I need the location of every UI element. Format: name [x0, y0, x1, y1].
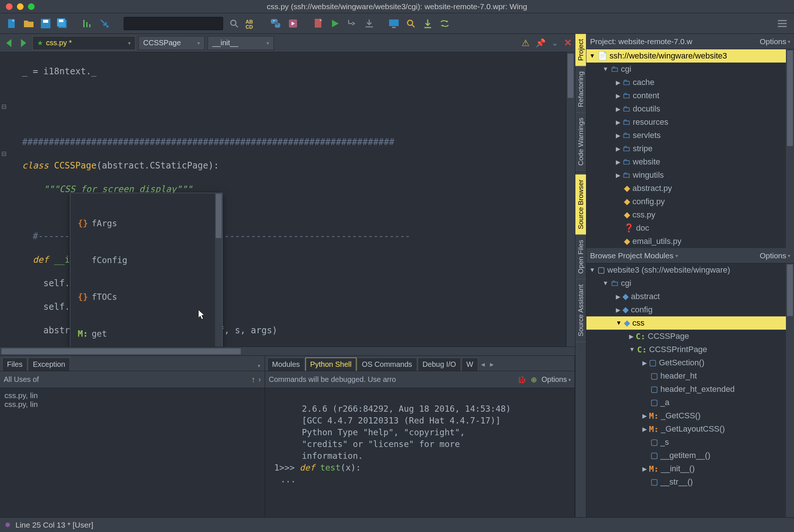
- debug-icon[interactable]: [312, 18, 324, 29]
- tree-node[interactable]: ❓doc: [586, 221, 794, 235]
- disclosure-icon[interactable]: [616, 293, 620, 300]
- tab-overflow[interactable]: W: [462, 358, 478, 371]
- vtab-project[interactable]: Project: [575, 34, 586, 66]
- disclosure-icon[interactable]: [616, 159, 620, 166]
- save-file-icon[interactable]: [40, 18, 52, 29]
- disclosure-icon[interactable]: [616, 172, 620, 179]
- tree-node[interactable]: 🗀docutils: [586, 102, 794, 116]
- right-arrow-icon[interactable]: ›: [258, 375, 261, 384]
- tab-files[interactable]: Files: [2, 358, 27, 371]
- tree-node[interactable]: 🗀wingutils: [586, 169, 794, 182]
- options-button[interactable]: Options ▾: [541, 375, 571, 384]
- tab-exceptions[interactable]: Exception: [28, 358, 70, 371]
- tree-node[interactable]: ◆config.py: [586, 195, 794, 208]
- tree-node[interactable]: C:CCSSPrintPage: [586, 343, 794, 356]
- disclosure-icon[interactable]: [616, 119, 620, 126]
- disclosure-icon[interactable]: [616, 132, 620, 139]
- collapse-icon[interactable]: ⌄: [551, 38, 558, 48]
- class-selector[interactable]: CCSSPage ▾: [138, 36, 205, 50]
- tree-scrollbar[interactable]: [786, 49, 794, 248]
- tree-node[interactable]: 🗀stripe: [586, 142, 794, 155]
- tree-node[interactable]: ▢GetSection(): [586, 356, 794, 369]
- tree-node[interactable]: ◆abstract: [586, 290, 794, 303]
- close-editor-icon[interactable]: ✕: [564, 37, 572, 49]
- bug-icon[interactable]: ✸: [4, 521, 11, 529]
- vtab-source-browser[interactable]: Source Browser: [575, 174, 586, 235]
- source-browser-title[interactable]: Browse Project Modules ▾: [590, 251, 678, 260]
- autocomplete-item[interactable]: M:get: [70, 327, 222, 340]
- tab-python-shell[interactable]: Python Shell: [306, 358, 356, 371]
- tree-root[interactable]: ▢ website3 (ssh://website/wingware): [586, 263, 794, 277]
- disclosure-icon[interactable]: [589, 53, 595, 59]
- python-icon[interactable]: [270, 18, 282, 29]
- disclosure-icon[interactable]: [616, 79, 620, 86]
- tree-node[interactable]: M:_GetCSS(): [586, 409, 794, 422]
- step-icon[interactable]: [346, 18, 358, 29]
- monitor-icon[interactable]: [388, 18, 400, 29]
- disclosure-icon[interactable]: [616, 145, 620, 152]
- open-file-icon[interactable]: [23, 18, 35, 29]
- tree-node[interactable]: 🗀servlets: [586, 129, 794, 142]
- tab-scroll-left-icon[interactable]: ◂: [479, 358, 487, 371]
- run-icon[interactable]: [329, 18, 341, 29]
- project-tree[interactable]: 📄 ssh://website/wingware/website3 🗀cgi🗀c…: [586, 49, 794, 248]
- uses-list[interactable]: css.py, lin css.py, lin: [0, 388, 265, 517]
- search-input[interactable]: [124, 17, 223, 30]
- autocomplete-item[interactable]: {}fTOCs: [70, 290, 222, 304]
- tree-node[interactable]: ◆config: [586, 303, 794, 316]
- new-file-icon[interactable]: [6, 18, 18, 29]
- disclosure-icon[interactable]: [642, 465, 647, 472]
- menu-icon[interactable]: [776, 18, 788, 29]
- tree-node[interactable]: C:CCSSPage: [586, 330, 794, 343]
- tree-node[interactable]: ◆email_utils.py: [586, 235, 794, 248]
- step-into-icon[interactable]: [363, 18, 375, 29]
- disclosure-icon[interactable]: [629, 333, 634, 340]
- tab-debug-io[interactable]: Debug I/O: [418, 358, 461, 371]
- find-replace-icon[interactable]: ABCD: [245, 18, 257, 29]
- tree-node[interactable]: M:_GetLayoutCSS(): [586, 422, 794, 436]
- tree-node[interactable]: ▢__getitem__(): [586, 449, 794, 462]
- tree-node[interactable]: ▢header_ht_extended: [586, 383, 794, 396]
- run-config-icon[interactable]: [287, 18, 299, 29]
- source-browser-tree[interactable]: ▢ website3 (ssh://website/wingware) 🗀cgi…: [586, 263, 794, 517]
- goto-icon[interactable]: [99, 18, 110, 29]
- autocomplete-item[interactable]: {}fArgs: [70, 217, 222, 230]
- save-all-icon[interactable]: [57, 18, 68, 29]
- tree-node[interactable]: 🗀cgi: [586, 63, 794, 76]
- tree-node[interactable]: ◆css.py: [586, 208, 794, 221]
- disclosure-icon[interactable]: [642, 359, 647, 366]
- tree-node[interactable]: ◆css: [586, 316, 794, 330]
- vtab-source-assistant[interactable]: Source Assistant: [575, 279, 586, 342]
- options-button[interactable]: Options ▾: [760, 251, 790, 260]
- disclosure-icon[interactable]: [616, 306, 620, 313]
- nav-back-button[interactable]: [3, 37, 15, 49]
- editor-hscrollbar[interactable]: [0, 347, 575, 355]
- tree-scrollbar[interactable]: [786, 263, 794, 517]
- sync-icon[interactable]: [439, 18, 451, 29]
- tab-modules[interactable]: Modules: [267, 358, 305, 371]
- python-shell[interactable]: 2.6.6 (r266:84292, Aug 18 2016, 14:53:48…: [265, 388, 575, 517]
- autocomplete-item[interactable]: fConfig: [70, 253, 222, 267]
- autocomplete-scrollbar[interactable]: [215, 193, 222, 347]
- indent-guide-icon[interactable]: [82, 18, 93, 29]
- tree-node[interactable]: ▢header_ht: [586, 369, 794, 383]
- vtab-code-warnings[interactable]: Code Warnings: [575, 113, 586, 171]
- tree-node[interactable]: 🗀cache: [586, 76, 794, 89]
- warning-icon[interactable]: ⚠: [522, 38, 530, 48]
- disclosure-icon[interactable]: [616, 92, 620, 99]
- tab-os-commands[interactable]: OS Commands: [357, 358, 417, 371]
- tree-node[interactable]: 🗀website: [586, 155, 794, 169]
- options-button[interactable]: Options ▾: [760, 37, 790, 46]
- up-arrow-icon[interactable]: ↑: [251, 375, 255, 384]
- vtab-open-files[interactable]: Open Files: [575, 235, 586, 279]
- disclosure-icon[interactable]: [642, 426, 647, 433]
- disclosure-icon[interactable]: [642, 412, 647, 419]
- chevron-down-icon[interactable]: ▾: [255, 361, 262, 371]
- editor-vscrollbar[interactable]: [566, 52, 575, 347]
- tree-node[interactable]: 🗀content: [586, 89, 794, 102]
- tree-node[interactable]: 🗀resources: [586, 116, 794, 129]
- disclosure-icon[interactable]: [589, 267, 595, 273]
- list-item[interactable]: css.py, lin: [4, 400, 260, 409]
- method-selector[interactable]: __init__ ▾: [208, 36, 274, 50]
- code-editor[interactable]: _ = i18ntext._ #########################…: [0, 52, 575, 347]
